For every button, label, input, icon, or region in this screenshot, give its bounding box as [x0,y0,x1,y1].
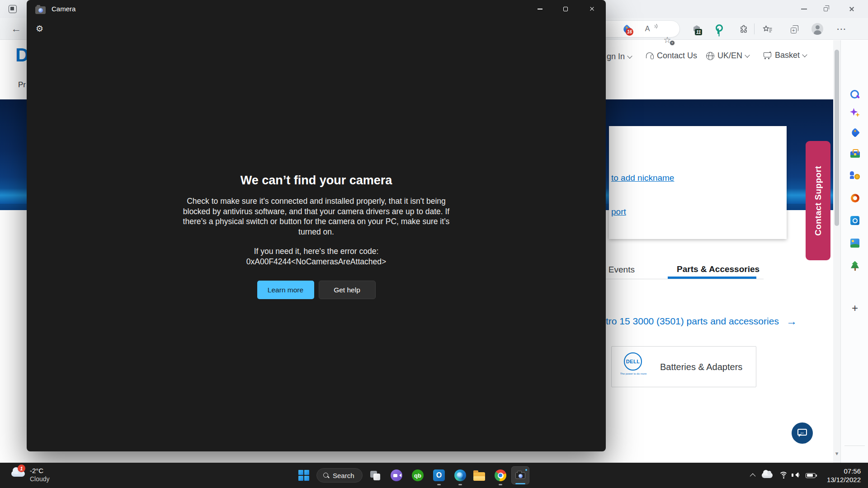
accessory-card-title: Batteries & Adapters [660,347,742,388]
nav-item-partial[interactable]: Pr [18,80,26,89]
quickbooks-button[interactable]: qb [412,469,424,481]
battery-icon [806,473,816,478]
shopping-extension-icon[interactable]: 16 [621,23,632,34]
sidebar-shopping-icon[interactable] [849,127,860,138]
battery-tray-button[interactable] [805,472,816,479]
scrollbar-down-icon[interactable]: ▾ [833,450,840,457]
star-list-icon [762,24,773,34]
add-nickname-link[interactable]: to add nickname [611,173,674,183]
shopping-badge: 16 [626,28,633,36]
learn-more-button[interactable]: Learn more [257,281,314,299]
parts-accessories-link[interactable]: tro 15 3000 (3501) parts and accessories… [606,315,797,328]
favorites-icon[interactable] [762,23,774,35]
tab-parts-accessories[interactable]: Parts & Accessories [677,264,760,274]
clock-time: 07:56 [827,467,861,475]
edge-close-button[interactable] [844,2,859,16]
dell-circle-logo: DELL [624,352,642,371]
get-help-button[interactable]: Get help [319,281,376,299]
camera-error-heading: We can’t find your camera [27,174,606,188]
avatar-icon [811,23,823,35]
locale-selector[interactable]: UK/EN [706,51,749,61]
extension-cube-icon[interactable]: 11 [691,22,703,36]
chat-bubble-icon: ‥ [797,429,807,436]
taskbar-clock[interactable]: 07:56 13/12/2022 [827,467,861,484]
edge-button[interactable] [454,469,466,481]
extensions-puzzle-icon[interactable] [738,23,750,35]
weather-condition: Cloudy [30,475,50,483]
camera-close-button[interactable] [581,0,602,18]
camera-maximize-button[interactable] [555,0,576,18]
accessory-card[interactable]: DELL The power to do more Batteries & Ad… [611,346,756,387]
page-scrollbar-thumb[interactable] [835,50,839,226]
add-favorite-icon[interactable]: ☆ [662,34,673,46]
edge-sidebar: + → ⚙ [840,40,868,488]
extension-badge: 11 [695,29,702,35]
wifi-icon [779,471,788,479]
speaker-icon [792,471,801,479]
chevron-down-icon [802,52,807,57]
file-explorer-button[interactable] [473,469,485,481]
chrome-button[interactable] [495,469,506,481]
image-editor-icon [850,239,859,248]
sidebar-games-icon[interactable] [849,169,860,180]
camera-error-code: 0xA00F4244<NoCamerasAreAttached> [27,257,606,267]
start-button[interactable] [298,470,309,481]
chevron-up-icon [750,473,755,479]
sidebar-outlook-icon[interactable] [849,215,860,226]
tray-overflow-button[interactable] [749,472,758,479]
onedrive-tray-button[interactable] [761,472,773,479]
wifi-tray-button[interactable] [778,470,788,479]
chevron-down-icon [745,52,750,57]
taskbar-search[interactable]: Search [316,468,363,483]
task-view-button[interactable] [369,469,381,481]
camera-minimize-button[interactable] [529,0,550,18]
tab-service-events[interactable]: e Events [601,265,635,275]
settings-and-more-icon[interactable]: ··· [835,23,848,35]
sidebar-search-icon[interactable] [849,89,860,100]
sidebar-add-icon[interactable]: + [849,303,860,314]
games-icon [850,170,860,179]
edge-restore-button[interactable] [818,2,833,16]
taskbar: 1 -2°C Cloudy Search qb O [0,463,868,488]
sidebar-tools-icon[interactable] [849,148,860,159]
sidebar-office-icon[interactable] [849,192,860,203]
read-aloud-icon[interactable]: A [642,23,653,34]
globe-icon [706,52,714,60]
restore-icon [824,7,828,11]
collections-icon[interactable] [788,23,799,35]
tab-hairline [606,279,764,279]
sidebar-discover-icon[interactable] [849,107,860,118]
minimize-icon [801,9,807,9]
camera-taskbar-button[interactable] [511,466,529,484]
close-icon [849,6,854,12]
camera-app-icon [35,6,46,14]
arrow-right-icon: → [786,315,797,328]
weather-widget[interactable]: 1 -2°C Cloudy [0,463,99,488]
outlook-button[interactable]: O [433,469,445,481]
camera-icon [515,472,525,479]
puzzle-icon [739,24,749,34]
toolbar-divider [754,23,755,34]
contact-us-link[interactable]: Contact Us [646,51,697,61]
shopping-tag-icon [850,127,859,137]
tree-icon [850,261,859,271]
sidebar-designer-icon[interactable] [849,238,860,249]
sign-in-link[interactable]: gn In [607,52,632,61]
onedrive-cloud-icon [762,473,773,478]
volume-tray-button[interactable] [791,471,801,479]
support-link-partial[interactable]: port [611,207,626,217]
chat-support-button[interactable]: ‥ [792,422,813,444]
tab-actions-icon[interactable] [9,5,17,13]
contact-support-tab[interactable]: Contact Support [806,141,830,260]
back-icon[interactable]: ← [11,23,21,35]
video-call-app-button[interactable] [391,469,402,481]
camera-accent-dot [525,469,527,471]
close-icon [590,7,594,12]
basket-link[interactable]: Basket [763,51,807,60]
sidebar-tree-icon[interactable] [849,260,860,271]
edge-minimize-button[interactable] [797,2,811,16]
profile-avatar[interactable] [811,23,823,35]
camera-window: Camera ⚙ We can’t find your camera Check… [27,0,606,451]
camera-settings-icon[interactable]: ⚙ [36,23,43,34]
password-key-icon[interactable] [712,23,723,35]
